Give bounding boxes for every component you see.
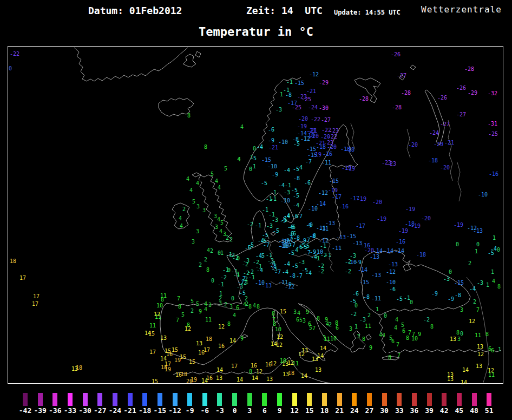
station-temp: -5 (273, 228, 279, 234)
scale-swatch (307, 393, 312, 406)
station-temp: 13 (450, 337, 456, 342)
station-temp: 13 (266, 377, 273, 382)
station-temp: -13 (370, 254, 379, 260)
station-temp: 1 (355, 324, 358, 330)
station-temp: 19 (165, 367, 171, 372)
scale-swatch (52, 393, 57, 406)
scale-swatch (173, 393, 178, 406)
station-temp: -15 (346, 234, 356, 239)
station-temp: -11 (316, 226, 326, 231)
station-temp: 3 (202, 208, 206, 213)
station-temp: -10 (279, 244, 289, 249)
station-temp: 4 (180, 224, 183, 229)
station-temp: 6 (391, 339, 395, 344)
station-temp: -18 (345, 147, 355, 153)
station-temp: -8 (289, 273, 296, 279)
station-temp: -15 (454, 280, 464, 286)
station-temp: -19 (345, 166, 355, 172)
station-temp: 12 (256, 369, 262, 375)
station-temp: -20 (421, 216, 431, 221)
station-temp: -5 (350, 299, 356, 304)
station-temp: 11 (292, 361, 299, 366)
station-temp: -3 (298, 260, 305, 265)
station-temp: -22 (311, 117, 320, 122)
station-temp: 18 (206, 337, 212, 342)
station-temp: -5 (396, 297, 403, 302)
station-temp: -20 (327, 145, 337, 150)
station-temp: 9 (199, 309, 202, 314)
station-temp: 3 (457, 337, 461, 342)
station-temp: 11 (488, 372, 495, 378)
station-temp: 7 (476, 307, 480, 313)
station-temp: 10 (275, 327, 281, 332)
station-temp: 12 (277, 334, 283, 340)
station-temp: 2 (199, 262, 202, 268)
station-temp: 1 (486, 283, 489, 288)
station-temp: -11 (371, 296, 381, 301)
station-temp: -20 (408, 142, 418, 148)
station-temp: 11 (149, 323, 156, 329)
station-temp: -4 (296, 165, 303, 170)
station-temp: -27 (321, 117, 331, 123)
station-temp: 4 (218, 185, 221, 191)
station-temp: -13 (388, 262, 398, 267)
station-temp: -7 (274, 270, 281, 275)
scale-swatch (487, 393, 491, 406)
station-temp: -1 (218, 282, 224, 287)
station-temp: -2 (345, 259, 351, 265)
station-temp: 3 (303, 318, 306, 324)
station-temp: 4 (179, 216, 182, 221)
station-temp: 14 (462, 368, 469, 373)
station-temp: 4 (237, 157, 240, 162)
station-temp: -9 (355, 260, 362, 265)
station-temp: -28 (392, 105, 402, 110)
station-temp: -28 (359, 96, 369, 102)
scale-swatch (367, 393, 372, 406)
station-temp: -14 (384, 248, 393, 254)
station-temp: -21 (306, 89, 316, 94)
station-temp: -4 (278, 183, 285, 188)
station-temp: -4 (257, 145, 263, 150)
scale-swatch (157, 393, 162, 406)
station-temp: 10 (330, 336, 337, 342)
station-temp: 10 (156, 303, 163, 309)
station-temp: -12 (309, 72, 319, 77)
station-temp: -20 (434, 142, 443, 147)
station-temp: -19 (454, 222, 463, 228)
station-temp: 15 (152, 379, 158, 384)
station-temp: -27 (440, 122, 450, 127)
scale-swatch (38, 393, 43, 406)
station-temp: 17 (149, 350, 156, 355)
station-temp: 2 (329, 322, 332, 327)
station-temp: 1 (245, 280, 248, 285)
station-temp: 5 (211, 172, 214, 177)
station-temp: -7 (296, 273, 303, 279)
weather-map-page: Datum: 01Feb2012 Zeit: 14 UTC Update: 14… (0, 0, 512, 420)
scale-swatch (277, 393, 282, 406)
station-temp: 14 (301, 373, 307, 379)
station-temp: 4 (215, 179, 218, 184)
station-temp: 8 (249, 369, 252, 375)
station-temp: -9 (431, 291, 438, 297)
station-temp: -25 (301, 97, 311, 102)
station-temp: 11 (324, 337, 330, 342)
station-temp: 12 (298, 352, 305, 357)
station-temp: -10 (278, 140, 288, 145)
station-temp: -26 (437, 95, 447, 101)
station-temp: -7 (305, 159, 312, 165)
station-temp: -18 (428, 158, 438, 163)
station-temp: 0 (249, 167, 252, 172)
station-temp: 2 (224, 302, 227, 307)
station-temp: 5 (191, 299, 194, 304)
station-temp: 1 (475, 249, 478, 254)
station-temp: -2 (220, 275, 227, 280)
station-temp: 14 (320, 346, 326, 351)
scale-swatch (397, 393, 402, 406)
station-temp: -9 (272, 172, 278, 178)
station-temp: 9 (369, 345, 372, 351)
station-temp: -11 (332, 246, 342, 251)
station-temp: 13 (447, 377, 454, 382)
scale-swatch (247, 393, 252, 406)
station-temp: 18 (181, 372, 187, 377)
station-temp: -13 (473, 228, 483, 234)
